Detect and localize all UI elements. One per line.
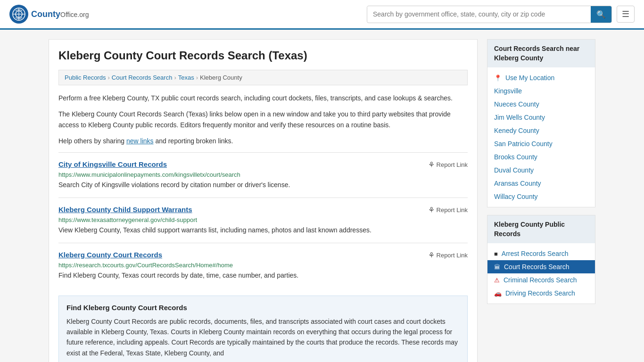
search-input[interactable] — [367, 7, 591, 22]
result-desc-1: Search City of Kingsville violations rec… — [58, 180, 468, 190]
sidebar-item-driving-records[interactable]: 🚗 Driving Records Search — [487, 287, 595, 300]
sidebar-item-arrest-records[interactable]: ■ Arrest Records Search — [487, 247, 595, 260]
info-box-text: Kleberg County Court Records are public … — [66, 316, 460, 359]
sidebar-item-kenedy-county[interactable]: Kenedy County — [487, 124, 595, 137]
sidebar-public-records-section: Kleberg County Public Records ■ Arrest R… — [487, 215, 595, 304]
sidebar-item-duval-county[interactable]: Duval County — [487, 164, 595, 177]
building-icon: 🏛 — [494, 263, 500, 271]
sidebar-link-aransas-county[interactable]: Aransas County — [494, 180, 541, 187]
intro-paragraph-1: Perform a free Kleberg County, TX public… — [58, 93, 468, 103]
breadcrumb-public-records[interactable]: Public Records — [65, 74, 106, 81]
sidebar-public-records-header: Kleberg County Public Records — [487, 215, 595, 243]
logo-icon — [9, 5, 28, 24]
result-desc-3: Find Kleberg County, Texas court records… — [58, 271, 468, 280]
result-header-1: City of Kingsville Court Records ⚘ Repor… — [58, 160, 468, 169]
report-link-1[interactable]: ⚘ Report Link — [428, 160, 468, 169]
logo-area: CountyOffice.org — [9, 5, 89, 24]
intro-paragraph-2: The Kleberg County Court Records Search … — [58, 109, 468, 130]
sidebar-nearby-section: Court Records Search near Kleberg County… — [487, 39, 595, 207]
result-header-2: Kleberg County Child Support Warrants ⚘ … — [58, 206, 468, 214]
sidebar-item-use-my-location[interactable]: 📍 Use My Location — [487, 71, 595, 84]
sidebar-link-willacy-county[interactable]: Willacy County — [494, 193, 538, 200]
report-icon-1: ⚘ — [428, 160, 435, 169]
sidebar-link-court-records[interactable]: Court Records Search — [504, 263, 570, 271]
result-item-1: City of Kingsville Court Records ⚘ Repor… — [58, 152, 468, 197]
sidebar-link-criminal-records[interactable]: Criminal Records Search — [504, 276, 577, 284]
sidebar-item-willacy-county[interactable]: Willacy County — [487, 190, 595, 203]
breadcrumb-texas[interactable]: Texas — [178, 74, 194, 81]
search-bar: 🔍 — [367, 6, 612, 23]
breadcrumb-sep-2: › — [174, 74, 176, 81]
sidebar-item-jim-wells-county[interactable]: Jim Wells County — [487, 111, 595, 124]
sidebar-link-jim-wells-county[interactable]: Jim Wells County — [494, 114, 545, 121]
result-desc-2: View Kleberg County, Texas child support… — [58, 225, 468, 235]
car-icon: 🚗 — [494, 290, 502, 297]
sidebar-link-san-patricio-county[interactable]: San Patricio County — [494, 140, 553, 148]
report-icon-2: ⚘ — [428, 206, 435, 214]
main-container: Kleberg County Court Records Search (Tex… — [39, 30, 605, 362]
sidebar-item-kingsville[interactable]: Kingsville — [487, 84, 595, 98]
pin-icon: 📍 — [494, 74, 502, 82]
breadcrumb: Public Records › Court Records Search › … — [58, 70, 468, 85]
sidebar-item-nueces-county[interactable]: Nueces County — [487, 98, 595, 111]
page-title: Kleberg County Court Records Search (Tex… — [58, 49, 468, 62]
main-content: Kleberg County Court Records Search (Tex… — [49, 39, 478, 362]
intro-paragraph-3: Help others by sharing new links and rep… — [58, 136, 468, 146]
sidebar-link-duval-county[interactable]: Duval County — [494, 166, 534, 174]
report-icon-3: ⚘ — [428, 251, 435, 260]
sidebar-item-criminal-records[interactable]: ⚠ Criminal Records Search — [487, 273, 595, 287]
sidebar-link-kenedy-county[interactable]: Kenedy County — [494, 127, 539, 134]
breadcrumb-sep-1: › — [107, 74, 109, 81]
header-right: 🔍 ☰ — [367, 6, 635, 23]
search-button[interactable]: 🔍 — [591, 6, 611, 23]
new-links-link[interactable]: new links — [126, 137, 154, 145]
sidebar-item-brooks-county[interactable]: Brooks County — [487, 150, 595, 164]
result-header-3: Kleberg County Court Records ⚘ Report Li… — [58, 251, 468, 260]
sidebar-nearby-body: 📍 Use My Location Kingsville Nueces Coun… — [487, 67, 595, 207]
exclaim-icon: ⚠ — [494, 277, 500, 284]
result-title-1[interactable]: City of Kingsville Court Records — [58, 160, 167, 168]
sidebar-link-arrest-records[interactable]: Arrest Records Search — [502, 250, 569, 257]
result-url-1: https://www.municipalonlinepayments.com/… — [58, 171, 468, 178]
sidebar-nearby-header: Court Records Search near Kleberg County — [487, 40, 595, 67]
sidebar-item-court-records[interactable]: 🏛 Court Records Search — [487, 260, 595, 273]
sidebar: Court Records Search near Kleberg County… — [487, 39, 595, 362]
sidebar-item-san-patricio-county[interactable]: San Patricio County — [487, 137, 595, 150]
result-item-2: Kleberg County Child Support Warrants ⚘ … — [58, 197, 468, 243]
site-header: CountyOffice.org 🔍 ☰ — [0, 0, 644, 30]
sidebar-link-driving-records[interactable]: Driving Records Search — [505, 289, 575, 297]
sidebar-link-kingsville[interactable]: Kingsville — [494, 87, 522, 95]
info-box: Find Kleberg County Court Records Kleber… — [58, 296, 468, 362]
report-link-2[interactable]: ⚘ Report Link — [428, 206, 468, 214]
result-url-2: https://www.texasattorneygeneral.gov/chi… — [58, 216, 468, 223]
sidebar-item-aransas-county[interactable]: Aransas County — [487, 177, 595, 190]
breadcrumb-court-records[interactable]: Court Records Search — [112, 74, 173, 81]
breadcrumb-current: Kleberg County — [200, 74, 242, 81]
sidebar-link-nueces-county[interactable]: Nueces County — [494, 100, 539, 108]
sidebar-public-records-body: ■ Arrest Records Search 🏛 Court Records … — [487, 243, 595, 304]
result-url-3: https://research.txcourts.gov/CourtRecor… — [58, 262, 468, 269]
result-title-2[interactable]: Kleberg County Child Support Warrants — [58, 206, 192, 214]
result-title-3[interactable]: Kleberg County Court Records — [58, 251, 162, 259]
logo-text: CountyOffice.org — [31, 9, 89, 19]
square-icon: ■ — [494, 250, 498, 257]
result-item-3: Kleberg County Court Records ⚘ Report Li… — [58, 243, 468, 288]
report-link-3[interactable]: ⚘ Report Link — [428, 251, 468, 260]
breadcrumb-sep-3: › — [196, 74, 198, 81]
sidebar-link-use-my-location[interactable]: Use My Location — [505, 74, 554, 82]
hamburger-button[interactable]: ☰ — [617, 6, 635, 23]
sidebar-link-brooks-county[interactable]: Brooks County — [494, 153, 537, 161]
info-box-title: Find Kleberg County Court Records — [66, 304, 460, 312]
